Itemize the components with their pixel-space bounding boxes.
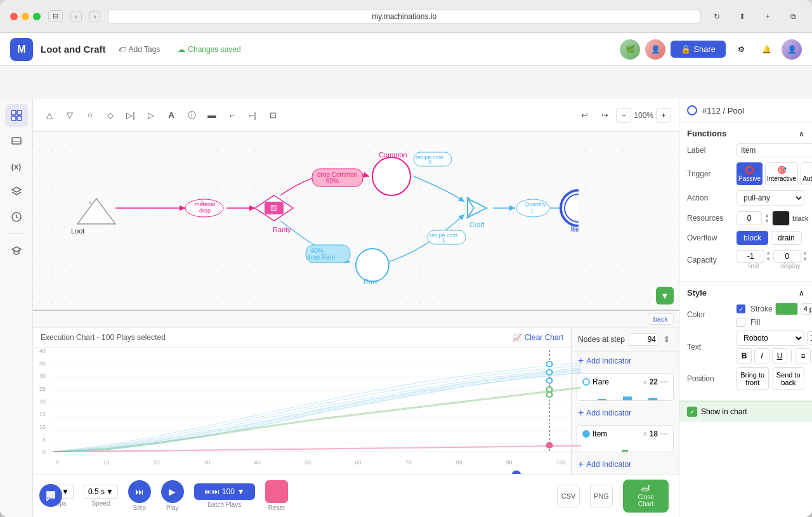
- url-bar[interactable]: my.machinations.io: [108, 9, 700, 24]
- zoom-in-button[interactable]: +: [656, 108, 671, 123]
- redo-button[interactable]: ↪: [596, 107, 613, 124]
- forward-nav[interactable]: ›: [89, 11, 101, 22]
- minimize-button[interactable]: [22, 13, 29, 20]
- capacity-inputs: ▲ ▼ limit ▲ ▼: [737, 250, 808, 270]
- step-arrows[interactable]: ⬍: [663, 334, 671, 344]
- sidebar-item-history[interactable]: [5, 206, 28, 228]
- trigger-interactive[interactable]: 🎯 Interactive: [765, 162, 798, 185]
- fullscreen-button[interactable]: [33, 13, 41, 20]
- triangle-tool[interactable]: △: [41, 107, 58, 124]
- reset-button[interactable]: [265, 480, 288, 503]
- send-to-back-button[interactable]: Send to back: [773, 367, 805, 390]
- rect-tool[interactable]: ▬: [203, 107, 221, 124]
- align-left-button[interactable]: ≡: [796, 348, 811, 363]
- circle-tool[interactable]: ○: [81, 107, 99, 124]
- show-in-chart-checkbox[interactable]: ✓: [687, 407, 697, 417]
- info-tool[interactable]: ⓘ: [183, 107, 200, 124]
- new-tab-icon[interactable]: +: [759, 8, 776, 25]
- push-tool[interactable]: ▷: [142, 107, 160, 124]
- settings-icon[interactable]: ⚙: [731, 39, 751, 60]
- rare-expand[interactable]: ∧: [643, 379, 647, 386]
- chart-icon: 📈: [513, 333, 522, 342]
- font-size-input[interactable]: [807, 331, 812, 345]
- trigger-automatic[interactable]: ✳ Automatic: [801, 162, 812, 185]
- stroke-color-swatch[interactable]: [775, 303, 798, 315]
- stroke-checkbox[interactable]: ✓: [737, 304, 745, 313]
- bold-button[interactable]: B: [737, 348, 752, 363]
- notification-icon[interactable]: 🔔: [756, 39, 776, 60]
- close-chart-button[interactable]: Close Chart: [623, 480, 669, 513]
- back-button[interactable]: back: [648, 313, 674, 325]
- speed-select[interactable]: 0.5 s ▼: [84, 485, 118, 499]
- diagram-canvas[interactable]: Loot * material drop 1 ⚄ Rarity drop Co: [33, 132, 679, 310]
- gate-tool[interactable]: ▷|: [122, 107, 140, 124]
- fill-checkbox[interactable]: [737, 318, 745, 327]
- resources-up[interactable]: ▲: [764, 213, 769, 218]
- share-icon[interactable]: ⬆: [733, 8, 751, 25]
- resources-down[interactable]: ▼: [764, 218, 769, 224]
- corner-tool[interactable]: ⌐: [223, 107, 241, 124]
- tabs-icon[interactable]: ⧉: [784, 8, 802, 25]
- sidebar-item-variable[interactable]: (x): [5, 155, 28, 178]
- step-input[interactable]: [629, 333, 659, 346]
- style-collapse[interactable]: ∧: [799, 289, 804, 298]
- connect-tool[interactable]: ⌐|: [244, 107, 261, 124]
- sidebar-item-learn[interactable]: [5, 239, 28, 262]
- batch-plays-button[interactable]: ⏭⏭ 100 ▼: [194, 483, 255, 500]
- overflow-block[interactable]: block: [737, 231, 768, 245]
- overflow-drain[interactable]: drain: [771, 231, 802, 245]
- stroke-size-input[interactable]: [801, 303, 812, 315]
- text-tool[interactable]: A: [162, 107, 180, 124]
- rare-menu[interactable]: ⋯: [660, 377, 668, 386]
- font-select[interactable]: Roboto: [737, 330, 804, 346]
- close-button[interactable]: [10, 13, 18, 20]
- item-expand[interactable]: ∧: [643, 430, 647, 437]
- add-indicator-button-1[interactable]: + Add Indicator: [572, 351, 679, 370]
- action-select[interactable]: pull-any: [737, 190, 804, 206]
- trigger-buttons: ⭕ Passive 🎯 Interactive ✳ Automatic ⚡: [737, 162, 812, 185]
- cap-limit-input[interactable]: [737, 250, 764, 263]
- clear-chart-button[interactable]: 📈 Clear Chart: [513, 333, 563, 342]
- cap-limit-up[interactable]: ▲: [766, 250, 771, 256]
- cap-display-down[interactable]: ▼: [802, 256, 808, 263]
- diamond-tool[interactable]: ◇: [102, 107, 119, 124]
- reload-icon[interactable]: ↻: [708, 8, 726, 25]
- select-tool[interactable]: ⊡: [264, 107, 282, 124]
- undo-button[interactable]: ↩: [575, 107, 593, 124]
- sidebar-item-layers[interactable]: [5, 180, 28, 203]
- underline-button[interactable]: U: [772, 348, 787, 363]
- cap-limit-down[interactable]: ▼: [766, 256, 771, 263]
- back-nav[interactable]: ‹: [70, 11, 82, 22]
- avatar-1[interactable]: 🌿: [620, 39, 640, 60]
- png-export-button[interactable]: PNG: [590, 485, 613, 507]
- functions-section: Functions ∧ Label Trigger ⭕ Passive: [679, 122, 812, 282]
- csv-export-button[interactable]: CSV: [557, 485, 580, 507]
- bring-to-front-button[interactable]: Bring to front: [737, 367, 769, 390]
- item-menu[interactable]: ⋯: [660, 429, 668, 438]
- play-button[interactable]: ▶: [161, 480, 184, 503]
- sidebar-item-grid[interactable]: [5, 104, 28, 127]
- step-button[interactable]: ⏭: [128, 480, 151, 503]
- user-avatar[interactable]: 👤: [782, 39, 802, 60]
- zoom-out-button[interactable]: −: [616, 108, 631, 123]
- sidebar-toggle[interactable]: ⊟: [48, 10, 63, 22]
- label-input[interactable]: [737, 143, 812, 157]
- add-indicator-button-2[interactable]: + Add Indicator: [572, 403, 679, 422]
- resources-color[interactable]: [772, 211, 790, 226]
- svg-text:Quantity: Quantity: [525, 201, 546, 207]
- avatar-2[interactable]: 👤: [645, 39, 665, 60]
- chat-bubble[interactable]: [39, 484, 62, 507]
- invtriangle-tool[interactable]: ▽: [61, 107, 79, 124]
- resources-input[interactable]: [737, 211, 762, 225]
- add-tags-button[interactable]: 🏷 Add Tags: [114, 43, 166, 56]
- functions-collapse[interactable]: ∧: [799, 129, 804, 138]
- italic-button[interactable]: I: [754, 348, 769, 363]
- share-button[interactable]: 🔒 Share: [671, 41, 726, 58]
- cap-display-up[interactable]: ▲: [802, 250, 808, 256]
- expand-button[interactable]: ▼: [656, 287, 674, 304]
- trigger-passive[interactable]: ⭕ Passive: [737, 162, 763, 185]
- cap-display-input[interactable]: [773, 250, 801, 263]
- sidebar-item-image[interactable]: [5, 129, 28, 152]
- add-indicator-button-3[interactable]: + Add Indicator: [572, 455, 679, 474]
- add-indicator-label-1: Add Indicator: [586, 357, 631, 365]
